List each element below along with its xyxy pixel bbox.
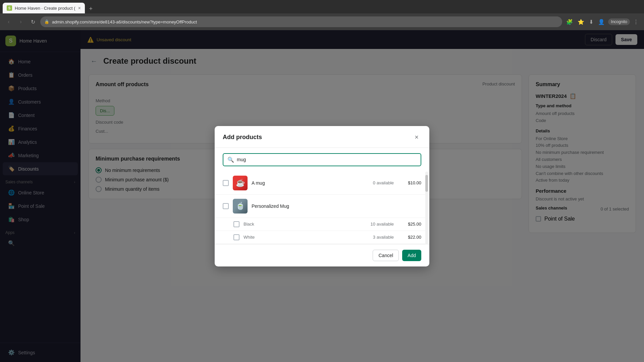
a-mug-checkbox[interactable]	[223, 180, 229, 186]
modal-list-container: A mug 0 available $10.00 Personalized Mu…	[215, 172, 429, 244]
new-tab-button[interactable]: +	[86, 4, 96, 13]
url-bar[interactable]: 🔒 admin.shopify.com/store/de8143-a6/disc…	[40, 16, 562, 27]
product-search-input[interactable]	[237, 157, 417, 162]
forward-nav-button[interactable]: ›	[16, 17, 25, 26]
modal-overlay: Add products × 🔍 A mug 0 available $10.0…	[0, 30, 644, 362]
product-row-a-mug[interactable]: A mug 0 available $10.00	[215, 172, 429, 195]
scrollbar-track	[425, 172, 428, 244]
tab-title: Home Haven · Create product (	[15, 6, 75, 11]
personalized-mug-image	[233, 199, 248, 214]
add-products-modal: Add products × 🔍 A mug 0 available $10.0…	[215, 126, 429, 266]
extensions-icon[interactable]: 🧩	[565, 17, 574, 26]
url-text: admin.shopify.com/store/de8143-a6/discou…	[52, 19, 558, 24]
incognito-badge: Incognito	[608, 18, 630, 25]
white-variant-price: $22.00	[398, 235, 421, 240]
modal-close-button[interactable]: ×	[412, 133, 421, 142]
modal-products-list: A mug 0 available $10.00 Personalized Mu…	[215, 172, 429, 244]
black-variant-checkbox[interactable]	[233, 221, 239, 227]
variant-row-black[interactable]: Black 10 available $25.00	[215, 218, 429, 231]
a-mug-name: A mug	[252, 180, 356, 186]
modal-title: Add products	[223, 134, 262, 141]
variant-row-white[interactable]: White 3 available $22.00	[215, 231, 429, 244]
black-variant-name: Black	[244, 222, 356, 227]
black-variant-price: $25.00	[398, 222, 421, 227]
white-variant-name: White	[244, 235, 356, 240]
browser-chrome: S Home Haven · Create product ( × + ‹ › …	[0, 0, 644, 30]
profile-icon[interactable]: 👤	[597, 17, 606, 26]
bookmark-icon[interactable]: ⭐	[576, 17, 586, 26]
browser-actions: 🧩 ⭐ ⬇ 👤 Incognito ⋮	[565, 17, 640, 26]
personalized-mug-name: Personalized Mug	[252, 203, 356, 209]
a-mug-image	[233, 176, 248, 190]
tab-favicon: S	[7, 5, 12, 11]
white-variant-availability: 3 available	[360, 235, 394, 240]
back-nav-button[interactable]: ‹	[4, 17, 13, 26]
lock-icon: 🔒	[44, 19, 49, 24]
personalized-mug-checkbox[interactable]	[223, 203, 229, 209]
refresh-button[interactable]: ↻	[28, 17, 38, 26]
active-tab[interactable]: S Home Haven · Create product ( ×	[3, 3, 85, 13]
a-mug-price: $10.00	[398, 180, 421, 185]
search-input-wrapper: 🔍	[223, 153, 421, 166]
product-row-personalized-mug[interactable]: Personalized Mug	[215, 195, 429, 218]
modal-footer: Cancel Add	[215, 244, 429, 266]
menu-icon[interactable]: ⋮	[632, 17, 640, 26]
download-icon[interactable]: ⬇	[588, 17, 595, 26]
white-variant-checkbox[interactable]	[233, 234, 239, 240]
browser-tabs: S Home Haven · Create product ( × +	[0, 0, 644, 13]
modal-header: Add products ×	[215, 126, 429, 148]
add-button[interactable]: Add	[402, 250, 421, 261]
tab-close-button[interactable]: ×	[78, 5, 81, 11]
search-icon: 🔍	[227, 157, 234, 163]
scrollbar-thumb[interactable]	[425, 175, 428, 192]
a-mug-availability: 0 available	[360, 180, 394, 185]
black-variant-availability: 10 available	[360, 222, 394, 227]
browser-nav: ‹ › ↻ 🔒 admin.shopify.com/store/de8143-a…	[0, 13, 644, 30]
modal-search-area: 🔍	[215, 148, 429, 172]
cancel-button[interactable]: Cancel	[373, 250, 399, 261]
